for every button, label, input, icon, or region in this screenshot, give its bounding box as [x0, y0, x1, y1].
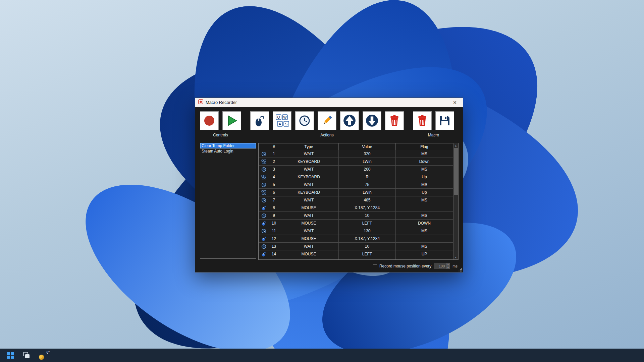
pencil-icon: [320, 114, 334, 127]
action-number: 11: [269, 227, 279, 235]
action-type: WAIT: [279, 227, 339, 235]
action-value: X:187, Y:1284: [339, 235, 396, 243]
action-value: 260: [339, 166, 396, 173]
action-type: MOUSE: [279, 235, 339, 243]
window-footer: Record mouse position every ▲ ▼ ms: [195, 260, 463, 272]
action-number: 7: [269, 196, 279, 204]
header-flag[interactable]: Flag: [396, 143, 453, 150]
clock-icon: [298, 114, 311, 127]
keyboard-keys-icon: [261, 190, 266, 195]
save-macro-button[interactable]: [435, 111, 454, 130]
svg-text:A: A: [279, 122, 281, 126]
action-flag: Up: [396, 173, 453, 181]
toolbar-group-controls: Controls: [200, 111, 241, 137]
record-mouse-position-checkbox[interactable]: [373, 264, 377, 268]
task-view-button[interactable]: [22, 351, 31, 360]
action-type-icon-cell: [259, 150, 269, 158]
group-label-macro: Macro: [413, 133, 454, 137]
spinner-up-icon[interactable]: ▲: [446, 263, 450, 266]
add-keyboard-action-button[interactable]: Q W A S: [273, 111, 291, 130]
action-value: LWin: [339, 158, 396, 166]
taskbar: 6°: [0, 349, 644, 362]
interval-spinner[interactable]: ▲ ▼: [446, 263, 450, 269]
title-bar[interactable]: Macro Recorder ✕: [195, 98, 463, 107]
move-down-button[interactable]: [363, 111, 381, 130]
action-number: 3: [269, 166, 279, 173]
table-scrollbar[interactable]: ▲ ▼: [453, 143, 458, 259]
action-number: 14: [269, 250, 279, 258]
start-button[interactable]: [6, 351, 15, 360]
actions-table: # Type Value Flag 1 WAIT 320 MS: [259, 143, 453, 259]
action-type-icon-cell: [259, 189, 269, 196]
keyboard-keys-icon: [261, 175, 266, 180]
action-type: KEYBOARD: [279, 189, 339, 196]
play-button[interactable]: [222, 111, 241, 130]
action-flag: MS: [396, 196, 453, 204]
scrollbar-down-arrow[interactable]: ▼: [453, 255, 458, 259]
action-number: 8: [269, 204, 279, 212]
action-type-icon-cell: [259, 250, 269, 258]
interval-spinbox: ▲ ▼: [434, 263, 450, 269]
header-value[interactable]: Value: [339, 143, 396, 150]
action-flag: Down: [396, 158, 453, 166]
close-button[interactable]: ✕: [450, 98, 460, 107]
keyboard-keys-icon: [261, 159, 266, 164]
action-type: WAIT: [279, 243, 339, 250]
action-row[interactable]: 12 MOUSE X:187, Y:1284: [259, 235, 453, 243]
add-mouse-action-button[interactable]: [250, 111, 269, 130]
action-type: WAIT: [279, 196, 339, 204]
action-number: 1: [269, 150, 279, 158]
action-type: WAIT: [279, 166, 339, 173]
header-type[interactable]: Type: [279, 143, 339, 150]
action-row[interactable]: 3 WAIT 260 MS: [259, 166, 453, 173]
action-row[interactable]: 6 KEYBOARD LWin Up: [259, 189, 453, 196]
action-row[interactable]: 9 WAIT 10 MS: [259, 212, 453, 220]
action-type-icon-cell: [259, 181, 269, 189]
action-value: 10: [339, 212, 396, 220]
mouse-pointer-icon: [261, 205, 266, 210]
action-number: 4: [269, 173, 279, 181]
scrollbar-thumb[interactable]: [454, 148, 458, 195]
action-type-icon-cell: [259, 235, 269, 243]
resize-grip[interactable]: [459, 268, 462, 272]
action-row[interactable]: 5 WAIT 75 MS: [259, 181, 453, 189]
action-row[interactable]: 1 WAIT 320 MS: [259, 150, 453, 158]
macro-list[interactable]: Clear Temp FolderSteam Auto Login: [200, 143, 256, 259]
temperature-label: 6°: [46, 351, 50, 354]
spinner-down-icon[interactable]: ▼: [446, 266, 450, 269]
task-view-icon: [22, 351, 31, 359]
action-flag: DOWN: [396, 220, 453, 227]
svg-text:W: W: [283, 115, 287, 119]
action-type-icon-cell: [259, 158, 269, 166]
action-row[interactable]: 15 WAIT 735 MS: [259, 258, 453, 260]
action-row[interactable]: 10 MOUSE LEFT DOWN: [259, 220, 453, 227]
edit-action-button[interactable]: [318, 111, 336, 130]
action-row[interactable]: 13 WAIT 10 MS: [259, 243, 453, 250]
mouse-pointer-icon: [261, 236, 266, 241]
delete-action-button[interactable]: [385, 111, 404, 130]
action-value: LEFT: [339, 250, 396, 258]
interval-input[interactable]: [434, 263, 446, 269]
macro-list-item[interactable]: Clear Temp Folder: [200, 143, 256, 148]
macro-list-item[interactable]: Steam Auto Login: [200, 148, 256, 154]
header-number: #: [269, 143, 279, 150]
action-type-icon-cell: [259, 227, 269, 235]
action-row[interactable]: 4 KEYBOARD R Up: [259, 173, 453, 181]
weather-widget[interactable]: 6°: [38, 351, 50, 360]
action-row[interactable]: 11 WAIT 130 MS: [259, 227, 453, 235]
move-up-button[interactable]: [340, 111, 359, 130]
keyboard-icon: Q W A S: [275, 113, 289, 128]
delete-macro-button[interactable]: [413, 111, 432, 130]
record-button[interactable]: [200, 111, 219, 130]
action-row[interactable]: 8 MOUSE X:187, Y:1284: [259, 204, 453, 212]
action-value: 735: [339, 258, 396, 260]
action-value: LEFT: [339, 220, 396, 227]
action-type-icon-cell: [259, 173, 269, 181]
action-row[interactable]: 14 MOUSE LEFT UP: [259, 250, 453, 258]
action-flag: MS: [396, 227, 453, 235]
record-icon: [203, 114, 216, 127]
action-row[interactable]: 7 WAIT 485 MS: [259, 196, 453, 204]
action-row[interactable]: 2 KEYBOARD LWin Down: [259, 158, 453, 166]
add-wait-action-button[interactable]: [295, 111, 314, 130]
scrollbar-up-arrow[interactable]: ▲: [453, 143, 458, 148]
